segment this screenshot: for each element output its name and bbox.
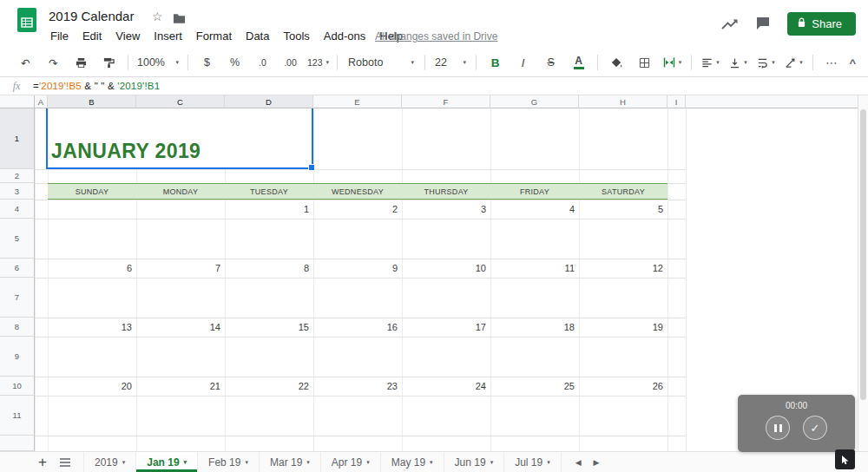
row-header-3[interactable]: 3 [0,183,35,200]
row-header-9[interactable]: 9 [0,337,35,377]
merge-cells-button[interactable]: ▾ [659,51,686,74]
menu-add-ons[interactable]: Add-ons [317,27,372,46]
sheets-logo-icon[interactable] [17,8,36,32]
menu-view[interactable]: View [108,27,147,46]
row-header-7[interactable]: 7 [0,278,35,318]
format-percent-button[interactable]: % [221,51,248,74]
increase-decimal-button[interactable]: .00 [277,51,304,74]
date-cell-24[interactable]: 24 [402,377,490,396]
column-header-g[interactable]: G [490,95,579,108]
row-header-2[interactable]: 2 [0,169,35,183]
row-header-4[interactable]: 4 [0,200,35,219]
scrollbar-thumb[interactable] [860,109,866,400]
date-cell-1[interactable]: 1 [225,200,313,219]
format-currency-button[interactable]: $ [194,51,220,74]
more-toolbar-button[interactable]: ⋯ [819,51,845,74]
day-header-monday[interactable]: MONDAY [136,184,225,199]
menu-insert[interactable]: Insert [147,27,189,46]
chevron-down-icon[interactable]: ▾ [430,459,433,466]
day-header-sunday[interactable]: SUNDAY [48,184,136,199]
fill-color-button[interactable] [603,51,630,74]
date-cell-12[interactable]: 12 [579,259,667,278]
cell-b1-title[interactable]: JANUARY 2019 [49,108,312,169]
sheet-tab-2019[interactable]: 2019▾ [83,452,136,472]
row-header-8[interactable]: 8 [0,318,35,337]
day-header-tuesday[interactable]: TUESDAY [225,184,313,199]
pause-recording-button[interactable] [766,416,790,440]
row-header-6[interactable]: 6 [0,259,35,278]
column-header-c[interactable]: C [136,95,225,108]
column-header-e[interactable]: E [313,95,402,108]
menu-format[interactable]: Format [189,27,239,46]
share-button[interactable]: Share [787,12,856,36]
chevron-down-icon[interactable]: ▾ [122,459,126,466]
day-header-saturday[interactable]: SATURDAY [579,184,667,199]
row-header-overflow[interactable] [0,436,35,451]
move-folder-icon[interactable] [173,12,186,28]
date-cell-17[interactable]: 17 [402,318,490,337]
column-header-h[interactable]: H [579,95,667,108]
paint-format-button[interactable] [95,51,122,74]
column-header-b[interactable]: B [48,95,136,108]
borders-button[interactable] [631,51,658,74]
date-cell-9[interactable]: 9 [313,259,402,278]
date-cell-16[interactable]: 16 [313,318,402,337]
bold-button[interactable]: B [482,51,509,74]
date-cell-11[interactable]: 11 [490,259,579,278]
day-header-friday[interactable]: FRIDAY [490,184,579,199]
sheet-tab-mar-19[interactable]: Mar 19▾ [260,452,321,472]
menu-file[interactable]: File [43,27,76,46]
undo-button[interactable]: ↶ [12,51,39,74]
menu-edit[interactable]: Edit [76,27,108,46]
scroll-tabs-right-button[interactable]: ▶ [594,458,600,467]
formula-text[interactable]: ='2019'!B5 & " " & '2019'!B1 [33,81,160,91]
text-color-button[interactable]: A [565,51,592,74]
date-cell-7[interactable]: 7 [136,259,225,278]
date-cell-25[interactable]: 25 [490,377,579,396]
sheet-tab-jul-19[interactable]: Jul 19▾ [504,452,562,472]
row-header-1[interactable]: 1 [0,108,35,169]
chevron-down-icon[interactable]: ▾ [547,459,550,466]
row-header-11[interactable]: 11 [0,396,35,436]
sheet-tab-may-19[interactable]: May 19▾ [381,452,444,472]
row-header-5[interactable]: 5 [0,219,35,259]
scroll-tabs-left-button[interactable]: ◀ [575,458,582,467]
screen-recorder-tray-icon[interactable] [835,449,855,469]
chevron-down-icon[interactable]: ▾ [184,459,187,466]
chevron-down-icon[interactable]: ▾ [366,459,370,466]
horizontal-align-button[interactable]: ▾ [697,51,724,74]
strikethrough-button[interactable]: S [537,51,564,74]
column-header-f[interactable]: F [402,95,490,108]
date-cell-19[interactable]: 19 [579,318,667,337]
date-cell-10[interactable]: 10 [402,259,490,278]
sheet-tab-apr-19[interactable]: Apr 19▾ [321,452,381,472]
star-icon[interactable]: ☆ [152,10,163,23]
date-cell-3[interactable]: 3 [402,200,490,219]
date-cell-8[interactable]: 8 [225,259,313,278]
italic-button[interactable]: I [510,51,536,74]
document-title[interactable]: 2019 Calendar [49,9,134,23]
font-select[interactable]: Roboto ▾ [343,51,419,74]
sheet-tab-jan-19[interactable]: Jan 19▾ [136,452,198,472]
date-cell-21[interactable]: 21 [136,377,225,396]
vertical-align-button[interactable]: ▾ [725,51,752,74]
text-rotation-button[interactable]: ▾ [780,51,807,74]
date-cell-4[interactable]: 4 [490,200,579,219]
stop-recording-button[interactable]: ✓ [803,416,827,440]
zoom-select[interactable]: 100% ▾ [134,51,182,74]
day-header-thursday[interactable]: THURSDAY [402,184,490,199]
select-all-corner[interactable] [0,95,35,108]
column-header-i[interactable]: I [667,95,686,108]
sheet-tab-feb-19[interactable]: Feb 19▾ [198,452,260,472]
chevron-down-icon[interactable]: ▾ [306,459,310,466]
save-status-link[interactable]: All changes saved in Drive [375,30,497,43]
menu-data[interactable]: Data [239,27,276,46]
vertical-scrollbar[interactable] [858,95,868,451]
date-cell-2[interactable]: 2 [313,200,402,219]
decrease-decimal-button[interactable]: .0 [249,51,276,74]
add-sheet-button[interactable]: + [31,452,54,472]
menu-tools[interactable]: Tools [276,27,316,46]
chevron-down-icon[interactable]: ▾ [490,459,494,466]
redo-button[interactable]: ↷ [40,51,67,74]
sheet-tab-jun-19[interactable]: Jun 19▾ [444,452,505,472]
